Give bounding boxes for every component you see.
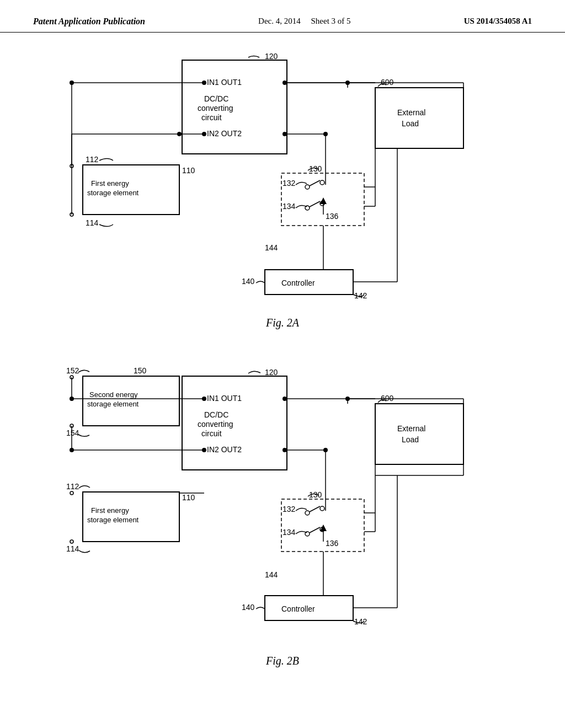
- svg-text:140: 140: [242, 277, 255, 286]
- svg-text:600: 600: [381, 394, 394, 403]
- svg-point-35: [305, 185, 310, 189]
- page: Patent Application Publication Dec. 4, 2…: [0, 0, 565, 728]
- svg-text:IN2  OUT2: IN2 OUT2: [207, 445, 242, 454]
- svg-text:circuit: circuit: [201, 113, 222, 122]
- svg-point-103: [305, 511, 310, 515]
- svg-point-24: [70, 81, 74, 85]
- svg-text:152: 152: [66, 366, 79, 375]
- svg-point-105: [320, 506, 324, 511]
- svg-text:114: 114: [86, 218, 99, 227]
- svg-point-46: [323, 132, 328, 136]
- svg-text:142: 142: [354, 617, 367, 626]
- svg-text:Controller: Controller: [281, 604, 315, 613]
- page-header: Patent Application Publication Dec. 4, 2…: [0, 0, 565, 33]
- svg-point-91: [70, 448, 74, 452]
- svg-text:External: External: [397, 108, 425, 117]
- svg-text:storage element: storage element: [87, 516, 139, 524]
- svg-point-37: [320, 180, 324, 185]
- svg-text:First energy: First energy: [91, 179, 129, 188]
- svg-point-122: [323, 448, 328, 452]
- svg-point-109: [320, 527, 324, 532]
- svg-text:DC/DC: DC/DC: [204, 94, 228, 103]
- svg-point-41: [320, 201, 324, 206]
- svg-text:Second energy: Second energy: [89, 390, 138, 399]
- svg-point-39: [305, 206, 310, 210]
- header-center: Dec. 4, 2014 Sheet 3 of 5: [258, 17, 350, 26]
- svg-text:134: 134: [282, 528, 296, 537]
- svg-line-108: [310, 527, 320, 533]
- svg-text:154: 154: [66, 429, 79, 437]
- svg-point-62: [177, 132, 182, 136]
- svg-point-99: [70, 540, 73, 543]
- svg-rect-11: [375, 88, 463, 148]
- svg-text:IN1  OUT1: IN1 OUT1: [207, 394, 242, 403]
- svg-point-98: [70, 491, 73, 495]
- svg-text:Load: Load: [402, 119, 419, 128]
- svg-text:112: 112: [66, 482, 79, 491]
- fig2b-area: Second energy storage element 150 152 15…: [0, 349, 565, 687]
- svg-text:112: 112: [86, 155, 99, 164]
- fig2a-area: 120 IN1 OUT1 DC/DC converting circuit IN…: [0, 33, 565, 349]
- svg-point-87: [70, 397, 74, 401]
- svg-text:120: 120: [265, 368, 278, 377]
- svg-text:150: 150: [134, 366, 147, 375]
- svg-rect-80: [375, 404, 463, 464]
- svg-text:132: 132: [282, 505, 296, 513]
- svg-text:storage element: storage element: [87, 189, 139, 197]
- sheet-info: Sheet 3 of 5: [311, 17, 350, 25]
- fig2a-label: Fig. 2A: [33, 317, 532, 329]
- svg-line-36: [310, 180, 320, 186]
- svg-text:132: 132: [282, 179, 296, 188]
- fig2a-svg: 120 IN1 OUT1 DC/DC converting circuit IN…: [33, 44, 530, 314]
- svg-text:DC/DC: DC/DC: [204, 410, 228, 419]
- publication-date: Dec. 4, 2014: [258, 17, 301, 25]
- svg-text:136: 136: [326, 212, 339, 221]
- svg-text:Load: Load: [402, 435, 419, 444]
- svg-line-104: [310, 506, 320, 512]
- svg-text:144: 144: [265, 570, 278, 579]
- svg-text:Controller: Controller: [281, 279, 315, 287]
- fig2b-svg: Second energy storage element 150 152 15…: [33, 360, 530, 652]
- svg-text:storage element: storage element: [87, 400, 139, 408]
- patent-number: US 2014/354058 A1: [464, 17, 532, 26]
- svg-text:110: 110: [182, 493, 195, 502]
- svg-text:First energy: First energy: [91, 506, 129, 515]
- svg-text:circuit: circuit: [201, 429, 222, 438]
- svg-text:IN2  OUT2: IN2 OUT2: [207, 129, 242, 138]
- svg-text:134: 134: [282, 202, 296, 211]
- svg-text:114: 114: [66, 544, 79, 553]
- svg-text:110: 110: [182, 166, 195, 175]
- svg-text:136: 136: [326, 539, 339, 548]
- svg-line-40: [310, 201, 320, 207]
- svg-text:120: 120: [265, 52, 278, 61]
- svg-text:converting: converting: [198, 420, 233, 429]
- svg-text:140: 140: [242, 603, 255, 612]
- fig2b-label: Fig. 2B: [33, 655, 532, 667]
- svg-point-107: [305, 532, 310, 536]
- svg-text:External: External: [397, 424, 425, 433]
- svg-text:IN1  OUT1: IN1 OUT1: [207, 78, 242, 87]
- publication-label: Patent Application Publication: [33, 17, 145, 26]
- svg-text:600: 600: [381, 78, 394, 87]
- svg-text:converting: converting: [198, 104, 233, 113]
- svg-text:144: 144: [265, 243, 278, 252]
